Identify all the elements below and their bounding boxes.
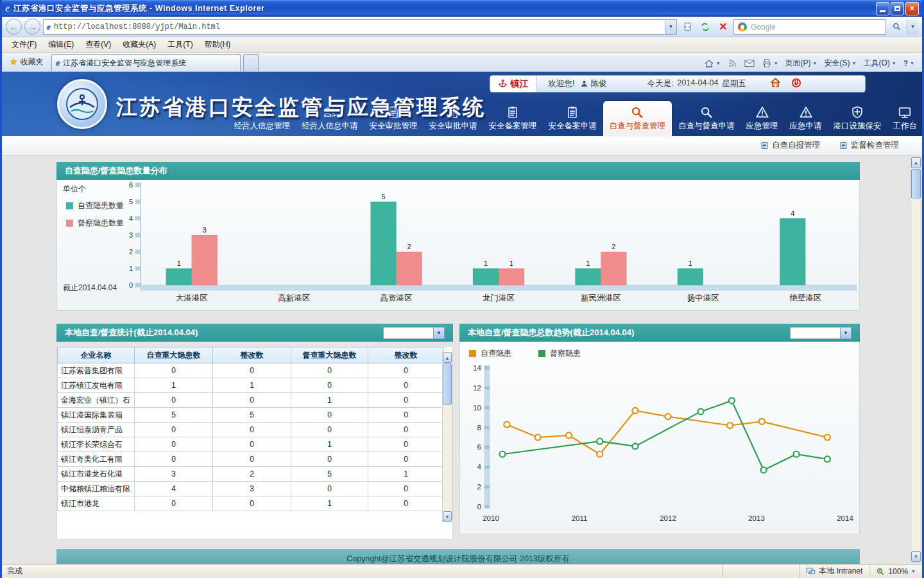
search-box[interactable]: Google [733,19,886,35]
help-button[interactable]: ? ▼ [903,59,914,68]
mail-button[interactable] [744,59,755,67]
stop-button[interactable]: ✕ [715,19,731,35]
scroll-down-button[interactable]: ▼ [443,511,452,521]
bar-chart-body: 单位个 自查隐患数量督察隐患数量 截止2014.04.04 0123456大港港… [56,180,860,311]
zoom-dropdown-button[interactable]: ▼ [911,569,916,574]
copyright-text: Copyright@江苏省交通规划设计院股份有限公司 2013版权所有 [346,554,569,565]
address-field[interactable]: e http://localhost:8080/yjpt/Main.html ▼ [43,19,677,35]
search-dropdown-button[interactable]: ▼ [907,19,918,35]
svg-text:5: 5 [129,198,133,206]
table-cell: 1 [291,437,368,452]
trend-filter-dropdown[interactable]: ▼ [790,327,851,339]
table-row[interactable]: 中储粮镇江粮油有限4300 [58,482,444,496]
menu-item-0[interactable]: 文件(F) [6,37,42,52]
menu-bar: 文件(F)编辑(E)查看(V)收藏夹(A)工具(T)帮助(H) [2,37,922,53]
scroll-up-button[interactable]: ▲ [911,157,921,168]
asof-note: 截止2014.04.04 [63,283,117,293]
nav-item-6[interactable]: 自查与督查管理 [603,101,672,136]
search-button[interactable] [889,19,904,35]
svg-text:2013: 2013 [748,514,765,522]
nav-item-10[interactable]: 港口设施保安 [828,102,887,136]
refresh-button[interactable] [697,19,713,35]
print-button[interactable]: ▼ [762,58,778,68]
table-cell: 1 [291,393,368,408]
svg-text:12: 12 [473,384,481,392]
toolbar-button-2[interactable]: 工具(O)▼ [863,58,896,69]
table-row[interactable]: 镇江市港龙石化港3251 [58,467,444,482]
table-row[interactable]: 金海宏业（镇江）石0010 [58,393,444,408]
search-input[interactable]: Google [751,22,882,31]
nav-item-4[interactable]: 安全备案管理 [484,102,542,136]
minimize-button[interactable] [876,2,889,15]
scroll-up-button[interactable]: ▲ [443,353,452,363]
table-row[interactable]: 镇江奇美化工有限0000 [58,452,444,467]
home-shortcut-button[interactable] [769,77,782,91]
toolbar-button-1[interactable]: 安全(S)▼ [825,58,857,69]
table-row[interactable]: 镇江港国际集装箱5500 [58,408,444,423]
city-name: 镇江 [511,78,529,90]
menu-item-5[interactable]: 帮助(H) [199,37,237,52]
zoom-control[interactable]: 100% ▼ [869,565,922,578]
table-row[interactable]: 镇江市港龙0010 [58,496,444,511]
content-scrollbar[interactable]: ▲ ▼ [911,157,921,563]
maximize-button[interactable] [891,2,904,15]
table-scrollbar[interactable]: ▲ ▼ [442,352,452,522]
table-header-row: 企业名称自查重大隐患数整改数督查重大隐患数整改数 [58,347,444,363]
table-cell: 0 [213,423,291,437]
scroll-thumb[interactable] [443,363,452,405]
compatibility-view-button[interactable] [680,19,695,35]
welcome-text: 欢迎您! [549,78,575,89]
url-text[interactable]: http://localhost:8080/yjpt/Main.html [54,22,662,31]
menu-item-4[interactable]: 工具(T) [162,37,198,52]
svg-text:大港港区: 大港港区 [176,293,209,302]
feeds-button[interactable] [728,58,737,68]
nav-item-7[interactable]: 自查与督查申请 [673,102,740,136]
scroll-thumb[interactable] [911,169,921,198]
nav-item-8[interactable]: 应急管理 [741,102,783,136]
table-cell: 3 [135,467,213,482]
magnifier-icon [699,105,714,119]
status-text: 完成 [2,566,722,577]
svg-text:0: 0 [129,281,133,289]
tab-active[interactable]: e 江苏省港口安全监管与应急管理系统 [51,54,241,71]
menu-item-2[interactable]: 查看(V) [80,37,117,52]
magnifier-icon [629,105,645,119]
table-row[interactable]: 镇江李长荣综合石0010 [58,437,444,452]
submenu-item-1[interactable]: 监督检查管理 [839,140,899,151]
address-dropdown-button[interactable]: ▼ [665,20,676,34]
nav-item-11[interactable]: 工作台 [888,102,923,136]
user-name[interactable]: 陈俊 [580,78,607,89]
nav-item-5[interactable]: 安全备案申请 [543,102,602,136]
warning-icon [755,105,770,119]
toolbar-button-0[interactable]: 页面(P)▼ [785,58,817,69]
stats-filter-dropdown[interactable]: ▼ [383,327,445,339]
table-cell: 0 [135,437,213,452]
nav-item-9[interactable]: 应急申请 [785,102,827,136]
google-logo-icon [738,22,747,31]
table-row[interactable]: 江苏镇江发电有限1100 [58,378,444,393]
nav-item-label: 工作台 [893,121,918,132]
back-button[interactable]: ← [6,19,22,35]
nav-item-label: 安全审批申请 [429,121,477,132]
forward-button[interactable]: → [24,19,40,35]
anchor-icon [498,79,508,89]
table-cell: 镇江港国际集装箱 [58,408,135,423]
favorites-button[interactable]: ★ 收藏夹 [4,53,49,70]
table-cell: 金海宏业（镇江）石 [58,393,135,408]
submenu-item-0[interactable]: 自查自报管理 [760,140,820,151]
scroll-down-button[interactable]: ▼ [911,551,921,562]
close-button[interactable]: × [905,2,919,15]
table-cell: 镇江市港龙石化港 [58,467,135,482]
menu-item-3[interactable]: 收藏夹(A) [117,37,162,52]
home-button[interactable]: ▼ [704,58,721,69]
menu-item-1[interactable]: 编辑(E) [42,37,80,52]
new-tab-button[interactable] [243,54,259,71]
table-row[interactable]: 江苏索普集团有限0000 [58,363,444,378]
table-row[interactable]: 镇江恒泰沥青产品0000 [58,423,444,437]
svg-text:14: 14 [473,364,481,372]
logout-button[interactable] [791,77,802,91]
trend-chart-legend: 自查隐患督察隐患 [460,342,859,360]
bar-chart-title: 自查隐患/督查隐患数量分布 [65,165,167,177]
table-cell: 2 [213,467,291,482]
bar-chart-legend: 自查隐患数量督察隐患数量 [66,200,124,229]
